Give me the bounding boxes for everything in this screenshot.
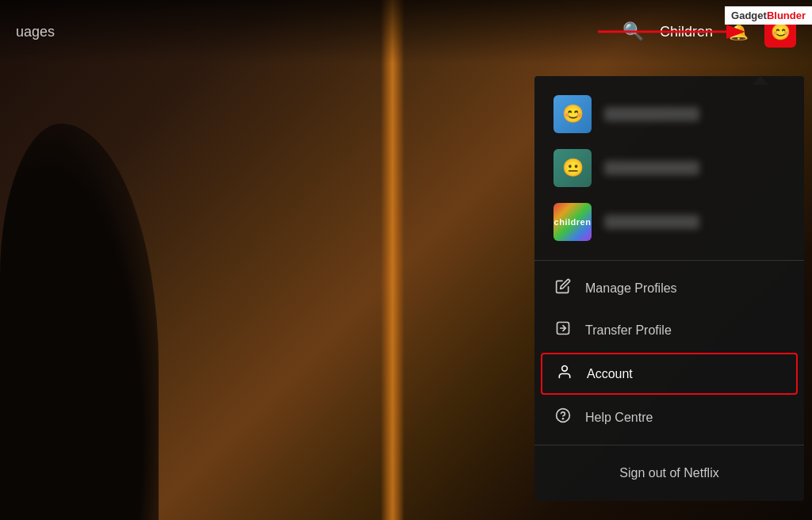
pencil-icon <box>553 278 573 298</box>
search-icon[interactable]: 🔍 <box>622 21 644 42</box>
profile-face-icon: 😊 <box>771 22 791 41</box>
account-label: Account <box>587 367 633 381</box>
profile-children-text: children <box>554 217 592 227</box>
transfer-icon <box>553 320 573 340</box>
transfer-profile-label: Transfer Profile <box>585 323 672 338</box>
profile-item-3[interactable]: children <box>550 197 788 247</box>
menu-item-help-centre[interactable]: Help Centre <box>534 396 804 438</box>
children-label[interactable]: Children <box>660 24 713 40</box>
question-icon <box>553 407 573 427</box>
menu-item-account[interactable]: Account <box>541 353 798 395</box>
profile-name-3 <box>604 215 699 229</box>
person-icon <box>555 364 574 384</box>
menu-section: Manage Profiles Transfer Profile Account <box>534 261 804 445</box>
profile-face-1: 😊 <box>562 104 584 124</box>
bell-icon[interactable]: 🔔 <box>729 22 749 41</box>
profile-item-1[interactable]: 😊 <box>550 89 788 140</box>
dropdown-menu: 😊 😐 children <box>534 76 804 501</box>
manage-profiles-label: Manage Profiles <box>585 281 677 296</box>
profile-face-2: 😐 <box>562 158 584 178</box>
profile-thumb-2: 😐 <box>553 149 592 187</box>
signout-button[interactable]: Sign out of Netflix <box>534 453 804 493</box>
profile-name-1 <box>604 107 699 121</box>
profiles-section: 😊 😐 children <box>534 76 804 261</box>
watermark-gadget: Gadget <box>731 10 767 21</box>
light-strip <box>381 0 404 520</box>
help-centre-label: Help Centre <box>585 411 653 425</box>
profile-thumb-3: children <box>553 203 592 241</box>
profile-item-2[interactable]: 😐 <box>550 143 788 193</box>
watermark: GadgetBlunder <box>725 6 812 25</box>
svg-point-3 <box>562 366 568 372</box>
menu-item-transfer-profile[interactable]: Transfer Profile <box>534 309 804 351</box>
navbar-left: uages <box>16 24 55 40</box>
profile-thumb-1: 😊 <box>553 95 592 133</box>
watermark-blunder: Blunder <box>767 10 806 21</box>
menu-item-manage-profiles[interactable]: Manage Profiles <box>534 267 804 309</box>
profile-name-2 <box>604 161 699 175</box>
signout-section: Sign out of Netflix <box>534 445 804 501</box>
nav-left-text: uages <box>16 24 55 40</box>
dropdown-caret <box>753 75 768 85</box>
navbar: uages 🔍 Children 🔔 😊 <box>0 0 812 63</box>
